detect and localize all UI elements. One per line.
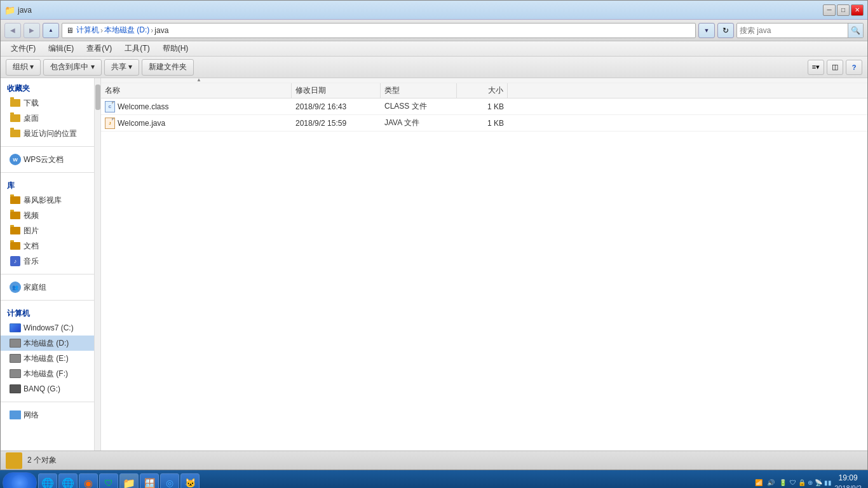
- refresh-button[interactable]: ↻: [717, 23, 734, 38]
- music-icon: ♪: [10, 255, 21, 267]
- file-date-0: 2018/9/2 16:43: [292, 102, 381, 111]
- app3-icon: ◉: [81, 476, 95, 488]
- taskbar-ie[interactable]: 🌐: [38, 473, 57, 488]
- address-path[interactable]: 🖥 计算机 › 本地磁盘 (D:) › java: [62, 23, 696, 38]
- favorites-header[interactable]: 收藏夹: [1, 81, 94, 95]
- sidebar-scrollbar[interactable]: [94, 78, 100, 451]
- sidebar-scrollbar-thumb: [95, 85, 100, 110]
- sidebar-item-drive-e[interactable]: 本地磁盘 (E:): [1, 351, 94, 366]
- drive-d-icon: [10, 337, 21, 349]
- library-header[interactable]: 库: [1, 178, 94, 193]
- filelist-body: C Welcome.class 2018/9/2 16:43 CLASS 文件 …: [101, 98, 867, 451]
- clock-date: 2018/9/2: [834, 484, 862, 488]
- taskbar-security[interactable]: 🛡: [99, 473, 118, 488]
- taskbar-app3[interactable]: ◉: [79, 473, 98, 488]
- minimize-button[interactable]: ─: [823, 4, 836, 16]
- app6-icon: ◎: [163, 476, 177, 488]
- file-date-1: 2018/9/2 15:59: [292, 119, 381, 128]
- back-button[interactable]: ◀: [4, 23, 21, 38]
- forward-button[interactable]: ▶: [24, 23, 40, 38]
- ie-icon: 🌐: [41, 476, 55, 488]
- share-button[interactable]: 共享 ▾: [104, 59, 139, 76]
- preview-pane-button[interactable]: ◫: [827, 60, 843, 75]
- path-dropdown[interactable]: ▼: [698, 23, 715, 38]
- sidebar-item-desktop[interactable]: 桌面: [1, 111, 94, 126]
- taskbar-app7[interactable]: 🐱: [180, 473, 200, 488]
- search-button[interactable]: 🔍: [848, 24, 863, 37]
- sidebar-item-pictures[interactable]: 图片: [1, 223, 94, 238]
- file-row-1[interactable]: J Welcome.java 2018/9/2 15:59 JAVA 文件 1 …: [101, 115, 867, 132]
- tray-volume[interactable]: 🔊: [766, 478, 776, 488]
- tray-shield[interactable]: 🛡: [790, 479, 796, 486]
- close-button[interactable]: ✕: [851, 4, 864, 16]
- toolbar-right: ≡▾ ◫ ?: [808, 60, 862, 75]
- organize-button[interactable]: 组织 ▾: [6, 59, 41, 76]
- sidebar-item-wps[interactable]: W WPS云文档: [1, 152, 94, 167]
- tray-icon4[interactable]: ▮▮: [824, 479, 832, 486]
- sidebar-item-bofeng[interactable]: 暴风影视库: [1, 193, 94, 208]
- sidebar-item-drive-d[interactable]: 本地磁盘 (D:): [1, 336, 94, 351]
- search-input[interactable]: [737, 26, 848, 35]
- tray-icon2[interactable]: ⊕: [808, 479, 813, 486]
- sidebar-item-win7[interactable]: Windows7 (C:): [1, 320, 94, 336]
- homegroup-section: 👥 家庭组: [1, 277, 94, 297]
- file-name-0: C Welcome.class: [101, 101, 292, 112]
- tray-antivirus[interactable]: 🔒: [798, 479, 806, 486]
- folder-icon: [10, 97, 21, 109]
- menu-edit[interactable]: 编辑(E): [42, 42, 80, 55]
- file-type-0: CLASS 文件: [381, 101, 457, 112]
- sidebar-item-homegroup[interactable]: 👥 家庭组: [1, 280, 94, 295]
- network-section: 网络: [1, 405, 94, 425]
- recent-icon: [10, 128, 21, 139]
- favorites-section: 收藏夹 下载 桌面 最近访问的位置: [1, 78, 94, 144]
- file-type-1: JAVA 文件: [381, 118, 457, 128]
- file-name-1: J Welcome.java: [101, 118, 292, 129]
- col-header-date[interactable]: 修改日期: [292, 83, 381, 98]
- taskbar-app6[interactable]: ◎: [160, 473, 179, 488]
- path-folder[interactable]: java: [154, 26, 168, 35]
- sort-indicator-area: ▲: [101, 78, 867, 83]
- col-header-name[interactable]: 名称: [101, 83, 292, 98]
- include-button[interactable]: 包含到库中 ▾: [43, 59, 101, 76]
- pictures-icon: [10, 225, 21, 236]
- sidebar-item-drive-g[interactable]: BANQ (G:): [1, 381, 94, 396]
- sidebar-item-recent[interactable]: 最近访问的位置: [1, 126, 94, 141]
- taskbar-explorer[interactable]: 📁: [119, 473, 139, 488]
- browser2-icon: 🌐: [61, 476, 75, 488]
- clock[interactable]: 19:09 2018/9/2: [834, 473, 862, 488]
- taskbar-browser2[interactable]: 🌐: [58, 473, 78, 488]
- col-header-size[interactable]: 大小: [457, 83, 508, 98]
- taskbar-window[interactable]: 🪟: [140, 473, 159, 488]
- main-area: 收藏夹 下载 桌面 最近访问的位置: [1, 78, 867, 451]
- sidebar-item-drive-f[interactable]: 本地磁盘 (F:): [1, 366, 94, 381]
- view-options-button[interactable]: ≡▾: [808, 60, 824, 75]
- maximize-button[interactable]: □: [837, 4, 850, 16]
- menu-view[interactable]: 查看(V): [80, 42, 118, 55]
- tray-battery[interactable]: 🔋: [778, 478, 788, 488]
- path-computer[interactable]: 计算机: [76, 25, 99, 36]
- sidebar: 收藏夹 下载 桌面 最近访问的位置: [1, 78, 101, 451]
- sidebar-item-video[interactable]: 视频: [1, 208, 94, 223]
- menu-help[interactable]: 帮助(H): [156, 42, 195, 55]
- new-folder-button[interactable]: 新建文件夹: [142, 59, 194, 76]
- computer-header[interactable]: 计算机: [1, 306, 94, 320]
- up-button[interactable]: ▲: [43, 23, 59, 38]
- tray-network[interactable]: 📶: [754, 478, 764, 488]
- divider3: [1, 274, 94, 274]
- wps-icon: W: [10, 154, 21, 165]
- titlebar-left: 📁 java: [4, 5, 32, 15]
- menu-file[interactable]: 文件(F): [4, 42, 42, 55]
- sidebar-item-network[interactable]: 网络: [1, 407, 94, 423]
- sidebar-item-downloads[interactable]: 下载: [1, 95, 94, 111]
- tray-icon3[interactable]: 📡: [815, 479, 822, 486]
- menu-tools[interactable]: 工具(T): [118, 42, 156, 55]
- file-row-0[interactable]: C Welcome.class 2018/9/2 16:43 CLASS 文件 …: [101, 98, 867, 115]
- help-button[interactable]: ?: [846, 60, 862, 75]
- col-header-type[interactable]: 类型: [381, 83, 457, 98]
- sidebar-item-documents[interactable]: 文档: [1, 238, 94, 254]
- divider1: [1, 146, 94, 147]
- sidebar-item-music[interactable]: ♪ 音乐: [1, 254, 94, 269]
- path-drive[interactable]: 本地磁盘 (D:): [104, 25, 149, 36]
- security-icon: 🛡: [102, 476, 116, 488]
- start-button[interactable]: [3, 472, 37, 488]
